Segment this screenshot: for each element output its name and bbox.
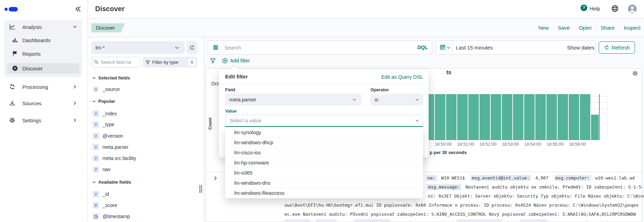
sidebar-item-reports[interactable]: Reports bbox=[22, 51, 41, 57]
chevron-down-icon[interactable] bbox=[446, 46, 451, 50]
filter-funnel-icon[interactable] bbox=[210, 58, 216, 64]
field-item-_score[interactable]: #_score bbox=[93, 202, 117, 208]
field-item-@timestamp[interactable]: ◷@timestamp bbox=[93, 213, 130, 220]
histogram-bar[interactable] bbox=[580, 94, 590, 140]
field-key-badge: msg.eventid@int.value: bbox=[470, 175, 531, 181]
histogram-bar[interactable] bbox=[480, 94, 490, 140]
popup-title: Edit filter bbox=[225, 74, 248, 79]
histogram-bar[interactable] bbox=[502, 94, 512, 140]
help-link[interactable]: Help bbox=[590, 6, 600, 12]
breadcrumb[interactable]: Discover bbox=[91, 23, 125, 32]
chevron-down-icon bbox=[92, 180, 96, 184]
field-key-badge-cut bbox=[354, 219, 390, 222]
field-label: Field bbox=[225, 87, 235, 92]
x-axis-tick: 18:55:00 bbox=[543, 142, 568, 147]
histogram-bar[interactable] bbox=[468, 94, 479, 140]
field-section-header[interactable]: Popular bbox=[92, 99, 115, 104]
field-item-meta.parser[interactable]: tmeta.parser bbox=[93, 144, 129, 150]
chevron-down-icon[interactable] bbox=[174, 45, 180, 51]
refresh-label: Refresh bbox=[612, 45, 630, 51]
field-section-header[interactable]: Available fields bbox=[92, 179, 131, 185]
histogram-bar[interactable] bbox=[546, 94, 557, 140]
field-item-meta.src.facility[interactable]: tmeta.src.facility bbox=[93, 155, 136, 161]
field-type-icon: t bbox=[93, 166, 99, 173]
field-item-@version[interactable]: t@version bbox=[93, 133, 123, 139]
chevron-down-icon[interactable] bbox=[72, 24, 77, 29]
field-item-_source[interactable]: {}_source bbox=[93, 86, 120, 92]
filter-by-type-button[interactable]: Filter by type 0 bbox=[143, 57, 198, 68]
sidebar-item-analysis[interactable]: Analysis bbox=[22, 24, 42, 30]
histogram-bar[interactable] bbox=[435, 94, 445, 140]
field-item-_type[interactable]: t_type bbox=[93, 121, 114, 128]
histogram-bar[interactable] bbox=[513, 94, 523, 140]
sidebar-item-processing[interactable]: Processing bbox=[22, 84, 48, 90]
save-query-icon[interactable] bbox=[213, 44, 219, 51]
add-filter-button[interactable]: Add filter bbox=[230, 58, 250, 63]
value-option-lm-o365[interactable]: lm-o365 bbox=[225, 168, 423, 178]
histogram-bar[interactable] bbox=[491, 94, 501, 140]
plus-circle-icon[interactable] bbox=[222, 58, 228, 64]
y-axis-label: Count bbox=[208, 117, 213, 130]
toolbar-action-share[interactable]: Share bbox=[601, 25, 615, 31]
current-time-marker bbox=[599, 94, 600, 140]
field-item-_id[interactable]: t_id bbox=[93, 191, 109, 197]
field-section-header[interactable]: Selected fields bbox=[92, 75, 130, 81]
histogram-bar[interactable] bbox=[524, 94, 535, 140]
edit-as-query-dsl-link[interactable]: Edit as Query DSL bbox=[381, 74, 423, 80]
query-language-button[interactable]: DQL bbox=[417, 45, 428, 50]
value-option-lm-synology[interactable]: lm-synology bbox=[225, 128, 423, 138]
sidebar-item-sources[interactable]: Sources bbox=[22, 100, 41, 106]
expand-row-chevron-icon[interactable] bbox=[213, 176, 218, 181]
divider bbox=[452, 40, 452, 55]
chevron-right-icon[interactable] bbox=[72, 118, 77, 123]
toolbar-action-inspect[interactable]: Inspect bbox=[624, 25, 641, 31]
sidebar-item-settings[interactable]: Settings bbox=[22, 117, 41, 123]
show-dates-button[interactable]: Show dates bbox=[567, 45, 594, 51]
doc-text: W10-WES1$ bbox=[439, 175, 470, 181]
histogram-bar[interactable] bbox=[569, 94, 579, 140]
field-key-badge: msg.computer: bbox=[554, 175, 591, 181]
doc-text: Nastavení auditu objektu se změnila. Pře… bbox=[463, 184, 644, 190]
time-range-button[interactable]: Last 15 minutes bbox=[456, 45, 493, 51]
histogram-bar[interactable] bbox=[535, 94, 546, 140]
help-icon[interactable]: ? bbox=[581, 5, 587, 11]
value-combobox[interactable]: Select a value bbox=[225, 115, 423, 127]
histogram-bar[interactable] bbox=[446, 94, 457, 140]
chevron-right-icon[interactable] bbox=[72, 101, 77, 106]
field-item-raw[interactable]: traw bbox=[93, 166, 110, 173]
refresh-button[interactable]: Refresh bbox=[599, 41, 635, 54]
histogram-bar[interactable] bbox=[558, 94, 568, 140]
field-select[interactable]: meta.parser bbox=[225, 94, 361, 106]
doc-text: 4,907 bbox=[532, 175, 553, 181]
x-axis-tick: 18:53:00 bbox=[498, 142, 523, 147]
value-option-lm-cisco-ios[interactable]: lm-cisco-ios bbox=[225, 148, 423, 158]
value-option-lm-hp-comware[interactable]: lm-hp-comware bbox=[225, 158, 423, 168]
toolbar-action-open[interactable]: Open bbox=[579, 25, 592, 31]
index-pattern-select[interactable]: lm-* bbox=[91, 41, 185, 54]
reports-icon bbox=[12, 51, 18, 57]
field-search-input[interactable] bbox=[91, 57, 141, 68]
section-label: Popular bbox=[98, 99, 115, 104]
panel-resize-handle[interactable] bbox=[199, 185, 200, 193]
histogram-bar[interactable] bbox=[457, 94, 468, 140]
sidebar-item-discover[interactable]: Discover bbox=[22, 66, 43, 71]
value-option-lm-windows-dns[interactable]: lm-windows-dns bbox=[225, 178, 423, 188]
refresh-index-icon[interactable] bbox=[187, 41, 197, 54]
avatar[interactable] bbox=[628, 5, 637, 13]
value-option-lm-windows-dhcp[interactable]: lm-windows-dhcp bbox=[225, 138, 423, 148]
globe-icon[interactable] bbox=[611, 5, 619, 12]
calendar-icon[interactable] bbox=[439, 44, 446, 50]
field-item-_index[interactable]: t_index bbox=[93, 110, 117, 117]
field-type-icon: {} bbox=[93, 86, 99, 92]
collapse-sidebar-icon[interactable] bbox=[75, 6, 82, 13]
search-input[interactable] bbox=[224, 41, 406, 54]
toolbar-action-save[interactable]: Save bbox=[558, 25, 570, 31]
sidebar-item-dashboards[interactable]: Dashboards bbox=[22, 37, 51, 43]
toolbar-action-new[interactable]: New bbox=[538, 25, 549, 31]
value-option-lm-windows-fileaccess[interactable]: lm-windows-fileaccess bbox=[225, 188, 423, 198]
histogram-bar-partial[interactable] bbox=[591, 115, 599, 140]
chevron-right-icon[interactable] bbox=[72, 84, 77, 89]
chart-options-gear-icon[interactable] bbox=[632, 70, 638, 76]
field-name: @version bbox=[102, 133, 123, 139]
panel-resize-handle[interactable] bbox=[201, 185, 202, 193]
